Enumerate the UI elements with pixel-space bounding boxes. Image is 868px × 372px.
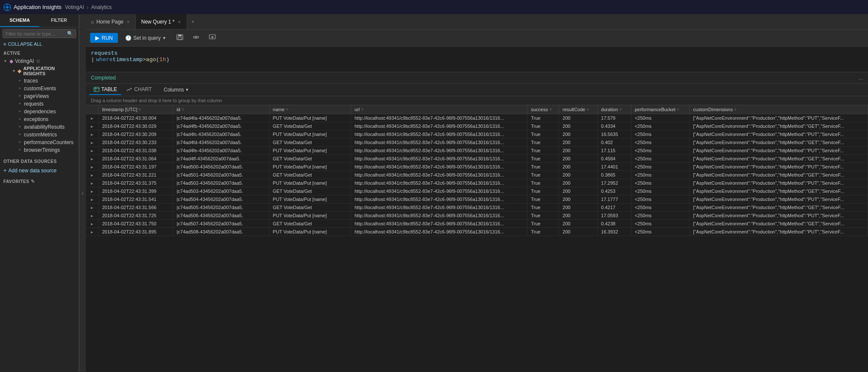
expand-cell[interactable]: ► (86, 179, 98, 187)
cell-id: |c74ad500-43456202a007daa5. (173, 163, 269, 171)
tab-newquery[interactable]: New Query 1 * × (136, 14, 187, 29)
sidebar-item-browsertimings[interactable]: • browserTimings (15, 146, 79, 154)
col-timestamp-header[interactable]: timestamp [UTC] ▿ (98, 105, 173, 114)
cell-name: GET VoteData/Get (269, 122, 351, 130)
col-url-header[interactable]: url ▿ (351, 105, 527, 114)
expand-cell[interactable]: ► (86, 139, 98, 147)
expand-cell[interactable]: ► (86, 171, 98, 179)
expand-icon[interactable]: ► (89, 206, 95, 210)
sidebar-item-requests[interactable]: • requests (15, 100, 79, 108)
save-button[interactable] (173, 32, 186, 44)
col-name-label: name (273, 107, 285, 112)
expand-cell[interactable]: ► (86, 204, 98, 212)
tab-homepage[interactable]: ⌂ Home Page × (86, 14, 136, 29)
col-url-filter-icon[interactable]: ▿ (361, 107, 364, 112)
cell-duration: 17.0593 (598, 212, 631, 220)
expand-icon[interactable]: ► (89, 141, 95, 145)
expand-cell[interactable]: ► (86, 163, 98, 171)
col-id-header[interactable]: id ▿ (173, 105, 269, 114)
results-table-wrap[interactable]: timestamp [UTC] ▿ id ▿ (86, 105, 868, 372)
star-icon[interactable]: ☆ (36, 58, 41, 64)
expand-icon[interactable]: ► (89, 124, 95, 129)
expand-cell[interactable]: ► (86, 195, 98, 204)
col-custom-header[interactable]: customDimensions ▿ (689, 105, 868, 114)
col-id-filter-icon[interactable]: ▿ (182, 107, 184, 112)
col-resultcode-filter-icon[interactable]: ▿ (587, 107, 589, 112)
export-button[interactable] (206, 32, 219, 44)
expand-icon[interactable]: ► (89, 149, 95, 153)
sidebar-item-performancecounters[interactable]: • performanceCounters (15, 139, 79, 146)
col-duration-header[interactable]: duration ▿ (598, 105, 631, 114)
cell-resultcode: 200 (559, 220, 598, 228)
tab-homepage-close[interactable]: × (126, 18, 130, 25)
breadcrumb: VotingAI › Analytics (65, 4, 111, 11)
expand-icon[interactable]: ► (89, 198, 95, 202)
sidebar-item-custommetrics[interactable]: • customMetrics (15, 131, 79, 139)
col-resultcode-header[interactable]: resultCode ▿ (559, 105, 598, 114)
collapse-all-btn[interactable]: ≡ COLLAPSE ALL (0, 40, 79, 48)
cell-success: True (528, 163, 559, 171)
expand-icon[interactable]: ► (89, 165, 95, 169)
sidebar-item-availability[interactable]: • availabilityResults (15, 123, 79, 131)
more-options-icon[interactable]: ... (859, 75, 863, 81)
expand-cell[interactable]: ► (86, 220, 98, 228)
sidebar-item-dependencies[interactable]: • dependencies (15, 108, 79, 115)
tab-chart[interactable]: CHART (122, 85, 156, 95)
table-row: ► 2018-04-02T22:43:31.725 |c74ad506-4345… (86, 212, 868, 220)
expand-icon[interactable]: ► (89, 222, 95, 226)
expand-icon[interactable]: ► (89, 230, 95, 234)
col-duration-filter-icon[interactable]: ▿ (620, 107, 622, 112)
col-name-header[interactable]: name ▿ (269, 105, 351, 114)
breadcrumb-votingai[interactable]: VotingAI (65, 4, 84, 10)
cell-id: |c74ad506-43456202a007daa5. (173, 212, 269, 220)
edit-icon[interactable]: ✎ (31, 179, 35, 184)
sidebar-app-insights[interactable]: ▼ ◆ APPLICATION INSIGHTS (9, 65, 79, 77)
col-success-header[interactable]: success ▿ (528, 105, 559, 114)
expand-cell[interactable]: ► (86, 122, 98, 130)
expand-cell[interactable]: ► (86, 212, 98, 220)
tab-newquery-close[interactable]: × (177, 18, 182, 25)
cell-timestamp: 2018-04-02T22:43:31.895 (98, 228, 173, 236)
expand-cell[interactable]: ► (86, 114, 98, 122)
cell-duration: 0.3865 (598, 171, 631, 179)
sidebar-item-customevents[interactable]: • customEvents (15, 85, 79, 92)
link-button[interactable] (190, 32, 202, 44)
columns-button[interactable]: Columns ▼ (160, 85, 192, 94)
breadcrumb-analytics[interactable]: Analytics (91, 4, 111, 10)
query-editor[interactable]: requests | where timestamp > ago ( 1h ) (86, 47, 868, 72)
expand-icon[interactable]: ► (89, 181, 95, 186)
expand-icon[interactable]: ► (89, 214, 95, 218)
save-icon (176, 34, 183, 40)
sidebar-item-votingai[interactable]: ▼ ◆ VotingAI ☆ (0, 57, 79, 65)
col-success-filter-icon[interactable]: ▿ (550, 107, 552, 112)
tab-add-btn[interactable]: + (187, 14, 199, 29)
sidebar-toggle[interactable]: ‹ (79, 14, 86, 372)
expand-cell[interactable]: ► (86, 155, 98, 163)
expand-icon[interactable]: ► (89, 157, 95, 161)
col-name-filter-icon[interactable]: ▿ (286, 107, 288, 112)
cell-perf: <250ms (631, 171, 689, 179)
expand-cell[interactable]: ► (86, 228, 98, 236)
tab-schema[interactable]: SCHEMA (0, 14, 39, 27)
col-perf-header[interactable]: performanceBucket ▿ (631, 105, 689, 114)
sidebar-item-pageviews[interactable]: • pageViews (15, 92, 79, 100)
add-data-source-btn[interactable]: + Add new data source (3, 166, 75, 174)
sidebar-item-exceptions[interactable]: • exceptions (15, 115, 79, 123)
tab-table[interactable]: TABLE (89, 85, 121, 95)
expand-cell[interactable]: ► (86, 130, 98, 139)
expand-icon[interactable]: ► (89, 116, 95, 121)
tab-filter[interactable]: FILTER (39, 14, 79, 27)
col-timestamp-filter-icon[interactable]: ▿ (139, 107, 141, 112)
home-icon: ⌂ (91, 19, 94, 24)
run-button[interactable]: ▶ RUN (90, 33, 118, 43)
col-custom-filter-icon[interactable]: ▿ (734, 107, 736, 112)
col-perf-filter-icon[interactable]: ▿ (677, 107, 679, 112)
expand-icon[interactable]: ► (89, 173, 95, 177)
expand-icon[interactable]: ► (89, 133, 95, 137)
expand-cell[interactable]: ► (86, 147, 98, 155)
sidebar-item-traces[interactable]: • traces (15, 77, 79, 85)
expand-cell[interactable]: ► (86, 187, 98, 195)
set-in-query-button[interactable]: 🕐 Set in query ▼ (121, 33, 170, 43)
filter-input[interactable] (6, 31, 67, 36)
expand-icon[interactable]: ► (89, 189, 95, 194)
